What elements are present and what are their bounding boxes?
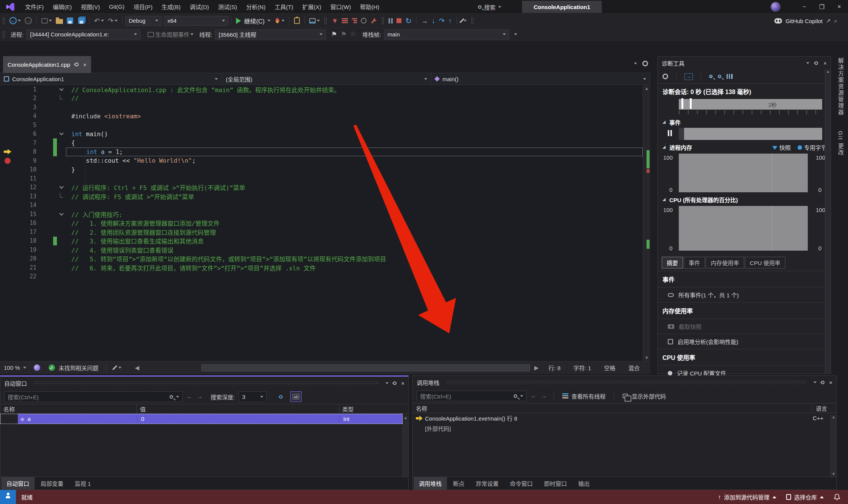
column-name[interactable]: 名称 — [0, 404, 137, 413]
callstack-tab-3[interactable]: 异常设置 — [470, 477, 504, 490]
health-status[interactable]: 未找到相关问题 — [59, 364, 99, 372]
code-line[interactable]: 7{ — [0, 138, 643, 148]
breakpoint-margin[interactable] — [0, 210, 15, 219]
add-to-source-control-button[interactable]: ↑ 添加到源代码管理 — [718, 493, 776, 501]
editor-vertical-scrollbar[interactable]: ▲ ▼ — [643, 85, 650, 361]
scope-dropdown[interactable]: (全局范围) — [222, 73, 431, 85]
copilot-menu-icon[interactable]: ⌕ — [834, 17, 837, 24]
events-section-header[interactable]: 事件 — [658, 117, 831, 127]
breakpoint-margin[interactable] — [0, 174, 15, 183]
thread-dropdown[interactable]: [35660] 主线程 — [215, 30, 326, 39]
settings-gear-icon[interactable] — [662, 74, 668, 79]
export-icon[interactable]: → — [684, 73, 693, 80]
menu-item[interactable]: 工具(T) — [271, 1, 297, 12]
callstack-row[interactable]: [外部代码] — [413, 423, 836, 433]
menu-item[interactable]: 分析(N) — [242, 1, 269, 12]
code-line[interactable]: 4#include <iostream> — [0, 112, 643, 121]
toolbar-grip[interactable] — [2, 31, 5, 38]
tab-consoleapplication1-cpp[interactable]: ConsoleApplication1.cpp × — [3, 56, 91, 73]
all-events-link[interactable]: 所有事件(1 个，共 1 个) — [658, 287, 831, 303]
breakpoint-margin[interactable] — [0, 201, 15, 210]
callstack-tab-1[interactable]: 调用堆栈 — [414, 477, 447, 490]
view-all-threads-button[interactable]: 查看所有线程 — [560, 390, 607, 402]
cpu-section-header[interactable]: CPU (所有处理器的百分比) — [658, 195, 831, 204]
autos-row-a[interactable]: ◈ a 0 int — [0, 414, 408, 424]
fold-margin[interactable] — [57, 228, 66, 237]
code-line[interactable]: 12// 运行程序: Ctrl + F5 或调试 >“开始执行(不调试)”菜单 — [0, 183, 643, 192]
callstack-tab-4[interactable]: 命令窗口 — [505, 477, 538, 490]
stop-button[interactable] — [395, 15, 403, 27]
member-dropdown[interactable]: main() — [431, 73, 650, 85]
fold-margin[interactable] — [57, 94, 66, 103]
code-line[interactable]: 1// ConsoleApplication1.cpp : 此文件包含 “mai… — [0, 85, 643, 94]
undo-button[interactable]: ↶ — [92, 15, 106, 27]
show-diagnostics-button[interactable]: ▼ — [329, 15, 340, 27]
column-value[interactable]: 值 — [137, 404, 339, 413]
pin-icon[interactable] — [814, 61, 819, 66]
code-line[interactable]: 22 — [0, 272, 643, 281]
code-line[interactable]: 5 — [0, 121, 643, 130]
fold-margin[interactable] — [57, 130, 66, 139]
breakpoint-margin[interactable] — [0, 156, 15, 165]
callstack-scrollbar[interactable]: ▲▼ — [831, 415, 836, 477]
code-markers-button[interactable] — [459, 15, 469, 27]
diagnostics-title-bar[interactable]: 诊断工具 × — [658, 57, 831, 69]
fold-margin[interactable] — [57, 121, 66, 130]
code-line[interactable]: 19// 4. 使用错误列表窗口查看错误 — [0, 245, 643, 254]
autos-tab-2[interactable]: 局部变量 — [35, 477, 69, 490]
debug-settings-button[interactable] — [368, 15, 379, 27]
window-layout-button[interactable] — [307, 15, 322, 27]
code-line[interactable]: 3 — [0, 103, 643, 112]
fold-margin[interactable] — [57, 254, 66, 264]
code-editor[interactable]: 1// ConsoleApplication1.cpp : 此文件包含 “mai… — [0, 85, 643, 361]
side-tab[interactable]: Git 更改 — [837, 131, 845, 155]
menu-item[interactable]: 扩展(X) — [299, 1, 325, 12]
redo-button[interactable]: ↷ — [106, 15, 120, 27]
code-line[interactable]: 11 — [0, 174, 643, 183]
fold-margin[interactable] — [57, 112, 66, 121]
fold-margin[interactable] — [57, 237, 66, 246]
prev-result-button[interactable]: ← — [186, 393, 193, 400]
menu-item[interactable]: 调试(D) — [186, 1, 213, 12]
save-button[interactable] — [65, 15, 75, 27]
code-cleanup-dropdown[interactable] — [118, 367, 121, 369]
zoom-out-icon[interactable]: − — [718, 75, 721, 78]
fold-margin[interactable] — [57, 192, 66, 201]
column-language[interactable]: 语言 — [813, 404, 836, 413]
hot-reload-button[interactable] — [272, 15, 286, 27]
diagnostics-tab-2[interactable]: 事件 — [684, 257, 705, 268]
code-line[interactable]: 14 — [0, 201, 643, 210]
show-external-code-button[interactable]: 显示外部代码 — [621, 390, 668, 402]
scroll-right-arrow[interactable]: ▶ — [534, 364, 539, 371]
close-icon[interactable]: × — [823, 60, 827, 66]
breakpoint-margin[interactable] — [0, 237, 15, 246]
show-raw-structure-button[interactable]: ab — [290, 391, 302, 402]
code-line[interactable]: 21// 6. 将来，若要再次打开此项目，请转到“文件”>“打开”>“项目”并选… — [0, 263, 643, 272]
menu-item[interactable]: 文件(F) — [21, 1, 47, 12]
code-line[interactable]: 2// — [0, 94, 643, 103]
close-icon[interactable]: × — [401, 380, 404, 386]
breakpoint-margin[interactable] — [0, 94, 15, 103]
window-position-dropdown-icon[interactable] — [806, 62, 809, 64]
diagnostics-scrollbar[interactable]: ▲ — [825, 69, 831, 374]
breakpoint-margin[interactable] — [0, 192, 15, 201]
restart-button[interactable]: ↻ — [403, 15, 414, 27]
configuration-dropdown[interactable]: Debug — [125, 16, 162, 26]
breakpoint-margin[interactable] — [0, 148, 15, 157]
lifecycle-events-button[interactable]: 生命周期事件 — [146, 29, 195, 40]
fold-margin[interactable] — [57, 245, 66, 254]
close-button[interactable]: × — [831, 0, 848, 14]
new-window-button[interactable] — [39, 15, 54, 27]
menu-item[interactable]: 测试(S) — [214, 1, 241, 12]
tab-list-dropdown-icon[interactable] — [634, 63, 637, 64]
close-icon[interactable]: × — [829, 379, 832, 386]
autos-scrollbar[interactable]: ▲ — [403, 416, 408, 477]
scroll-down-arrow[interactable]: ▼ — [643, 354, 650, 361]
menu-item[interactable]: 帮助(H) — [356, 1, 383, 12]
menu-item[interactable]: 生成(B) — [158, 1, 184, 12]
minimize-button[interactable]: − — [796, 0, 813, 14]
breakpoint-margin[interactable] — [0, 165, 15, 174]
memory-chart[interactable]: 100 0 100 0 — [658, 152, 831, 195]
save-all-button[interactable] — [75, 15, 87, 27]
menu-item[interactable]: Git(G) — [105, 2, 128, 11]
